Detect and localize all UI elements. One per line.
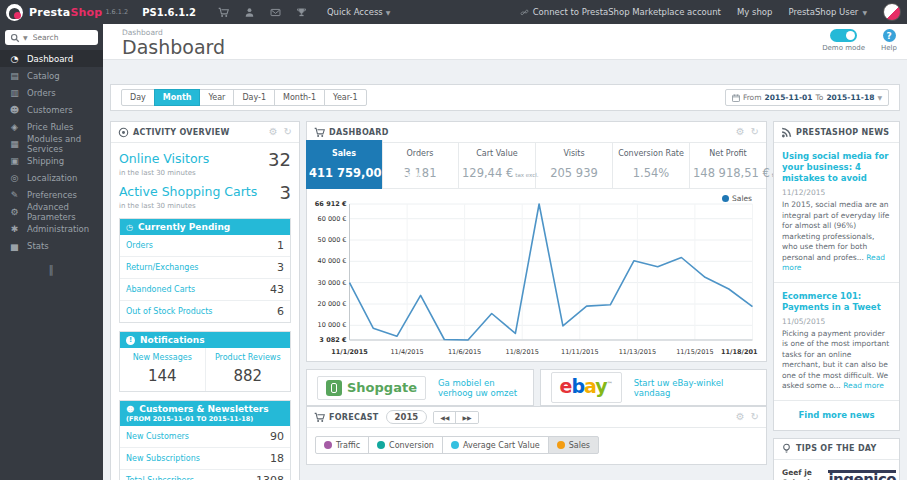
online-visitors-label[interactable]: Online Visitors [119, 151, 209, 166]
demo-mode-toggle[interactable] [830, 29, 857, 42]
svg-text:20 000 €: 20 000 € [318, 300, 347, 308]
online-visitors-metric: Online Visitors 32 [119, 151, 291, 169]
topbar: PrestaShop 1.6.1.2 PS1.6.1.2 Quick Acces… [0, 0, 907, 24]
forecast-toggle-conversion[interactable]: Conversion [368, 436, 443, 454]
dashboard-panel: DASHBOARD ⚙↻ Sales411 759,00 €tax excl.O… [306, 121, 767, 362]
main-area: Dashboard Dashboard Demo mode ? Help Day… [103, 24, 907, 480]
sidebar-item-administration[interactable]: ✱Administration [0, 220, 103, 237]
toggle-label: Conversion [389, 441, 434, 450]
forecast-toggle-sales[interactable]: Sales [548, 436, 599, 454]
sidebar-item-modules-and-services[interactable]: ▦Modules and Services [0, 135, 103, 152]
range-button-year[interactable]: Year [199, 89, 234, 106]
quick-access-menu[interactable]: Quick Access▼ [327, 7, 390, 17]
notifications-section: !Notifications New Messages144Product Re… [119, 331, 291, 392]
svg-text:11/6/2015: 11/6/2015 [448, 348, 481, 356]
stat-link[interactable]: Total Subscribers [126, 476, 194, 480]
range-button-month-1[interactable]: Month-1 [274, 89, 325, 106]
shopgate-link[interactable]: Ga mobiel en verhoog uw omzet [438, 378, 523, 398]
next-year-button[interactable]: ▶▶ [455, 412, 477, 423]
forecast-year[interactable]: 2015 [386, 410, 428, 424]
sidebar-search[interactable]: ▼ [5, 30, 98, 45]
kpi-tab-visits[interactable]: Visits205 939 [536, 143, 613, 188]
pending-rows: Orders1Return/Exchanges3Abandoned Carts4… [120, 235, 290, 322]
stat-link[interactable]: New Customers [126, 432, 189, 441]
news-item-title[interactable]: Ecommerce 101: Payments in a Tweet [782, 291, 891, 313]
kpi-tab-sales[interactable]: Sales411 759,00 €tax excl. [306, 140, 383, 189]
gear-icon[interactable]: ⚙ [269, 127, 278, 137]
user-avatar[interactable] [883, 3, 901, 21]
sidebar-item-customers[interactable]: ☻Customers [0, 101, 103, 118]
forecast-toggle-average-cart-value[interactable]: Average Cart Value [442, 436, 549, 454]
news-item-date: 11/05/2015 [782, 317, 891, 326]
forecast-toggle-traffic[interactable]: Traffic [315, 436, 369, 454]
gear-icon[interactable]: ⚙ [736, 412, 745, 422]
refresh-icon[interactable]: ↻ [751, 127, 759, 137]
find-more-news-link[interactable]: Find more news [774, 401, 899, 430]
notification-value: 882 [208, 367, 289, 385]
sidebar-item-localization[interactable]: ◎Localization [0, 169, 103, 186]
notification-label[interactable]: New Messages [122, 353, 203, 362]
ebay-banner: ebay™ Start uw eBay-winkel vandaag [540, 369, 768, 406]
search-icon [10, 33, 20, 43]
date-range-picker[interactable]: From 2015-11-01 To 2015-11-18 ▼ [725, 89, 889, 106]
search-input[interactable] [31, 32, 93, 43]
range-button-month[interactable]: Month [154, 89, 201, 106]
ebay-link[interactable]: Start uw eBay-winkel vandaag [634, 378, 756, 398]
read-more-link[interactable]: Read more [782, 253, 885, 273]
sidebar-item-catalog[interactable]: ▤Catalog [0, 67, 103, 84]
sales-chart: 11/1/201511/4/201511/6/201511/8/201511/1… [313, 192, 760, 358]
active-carts-label[interactable]: Active Shopping Carts [119, 184, 257, 199]
kpi-tab-orders[interactable]: Orders3 181 [382, 143, 459, 188]
read-more-link[interactable]: Read more [843, 381, 884, 390]
stat-link[interactable]: Out of Stock Products [126, 307, 213, 316]
stat-link[interactable]: New Subscriptions [126, 454, 200, 463]
chart-legend[interactable]: Sales [722, 194, 752, 203]
kpi-tab-net-profit[interactable]: Net Profit148 918,51 €tax excl. [690, 143, 766, 188]
previous-year-button[interactable]: ◀◀ [434, 412, 455, 423]
stat-row: Orders1 [120, 235, 290, 256]
refresh-icon[interactable]: ↻ [284, 127, 292, 137]
refresh-icon[interactable]: ↻ [751, 412, 759, 422]
range-button-year-1[interactable]: Year-1 [324, 89, 366, 106]
sidebar-item-stats[interactable]: ▅Stats [0, 237, 103, 254]
sidebar-item-label: Shipping [27, 156, 64, 166]
cart-icon[interactable] [218, 7, 229, 18]
my-shop-link[interactable]: My shop [737, 7, 772, 17]
user-menu[interactable]: PrestaShop User▼ [788, 7, 867, 17]
help-icon[interactable]: ? [883, 29, 896, 42]
preferences-icon: ✎ [9, 190, 20, 200]
shipping-icon: ▣ [9, 156, 20, 166]
notification-label[interactable]: Product Reviews [208, 353, 289, 362]
sidebar-item-label: Price Rules [27, 122, 73, 132]
svg-text:11/18/201: 11/18/201 [721, 348, 758, 356]
news-item-title[interactable]: Using social media for your business: 4 … [782, 151, 891, 184]
stat-link[interactable]: Return/Exchanges [126, 263, 199, 272]
sidebar-item-price-rules[interactable]: ◈Price Rules [0, 118, 103, 135]
sidebar-item-orders[interactable]: ▥Orders [0, 84, 103, 101]
collapse-menu-button[interactable]: ‖ [0, 264, 103, 275]
kpi-tab-conversion-rate[interactable]: Conversion Rate1.54% [613, 143, 690, 188]
sidebar-item-label: Modules and Services [27, 134, 103, 154]
sidebar-item-dashboard[interactable]: ◔Dashboard [0, 50, 103, 67]
range-button-day[interactable]: Day [121, 89, 155, 106]
date-from: 2015-11-01 [765, 93, 813, 102]
panel-title: ACTIVITY OVERVIEW [133, 128, 230, 137]
forecast-nav: ◀◀ ▶▶ [433, 411, 478, 424]
kpi-tab-cart-value[interactable]: Cart Value129,44 €tax excl. [459, 143, 536, 188]
stat-link[interactable]: Abandoned Carts [126, 285, 195, 294]
marketplace-link[interactable]: Connect to PrestaShop Marketplace accoun… [520, 7, 721, 17]
trophy-icon[interactable] [296, 7, 307, 18]
currently-pending-section: ◷Currently Pending Orders1Return/Exchang… [119, 218, 291, 323]
chevron-down-icon[interactable]: ▼ [23, 34, 28, 41]
user-icon[interactable] [244, 7, 255, 18]
mail-icon[interactable] [270, 7, 281, 18]
sidebar-item-advanced-parameters[interactable]: ⚙Advanced Parameters [0, 203, 103, 220]
gear-icon[interactable]: ⚙ [736, 127, 745, 137]
stat-row: New Customers90 [120, 426, 290, 447]
sidebar-item-shipping[interactable]: ▣Shipping [0, 152, 103, 169]
stat-link[interactable]: Orders [126, 241, 153, 250]
range-button-day-1[interactable]: Day-1 [233, 89, 275, 106]
sidebar-item-preferences[interactable]: ✎Preferences [0, 186, 103, 203]
stat-value: 3 [277, 261, 284, 274]
version-label: 1.6.1.2 [105, 8, 128, 16]
